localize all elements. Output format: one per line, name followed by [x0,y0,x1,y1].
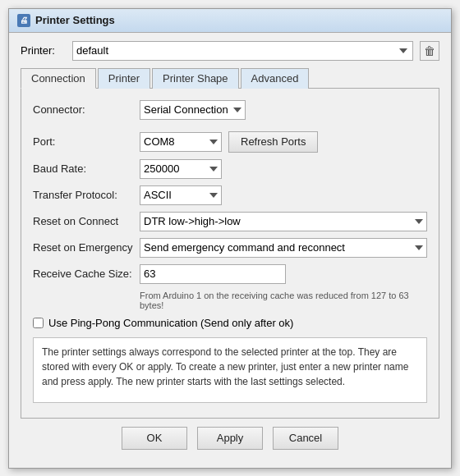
tabs-bar: Connection Printer Printer Shape Advance… [21,67,439,89]
baud-select[interactable]: 250000 [140,159,222,179]
title-bar: 🖨 Printer Settings [9,9,451,33]
baud-label: Baud Rate: [33,162,140,175]
cache-hint: From Arduino 1 on the receiving cache wa… [140,291,427,310]
tab-printer-shape[interactable]: Printer Shape [152,68,239,89]
ok-button[interactable]: OK [122,427,187,450]
printer-row: Printer: default 🗑 [21,41,439,61]
connector-row: Connector: Serial Connection [33,100,427,120]
apply-button[interactable]: Apply [197,427,263,450]
cache-row: Receive Cache Size: [33,264,427,284]
connector-label: Connector: [33,103,140,116]
button-bar: OK Apply Cancel [21,419,439,460]
printer-select[interactable]: default [72,41,413,61]
reset-emergency-select[interactable]: Send emergency command and reconnect [140,238,427,258]
delete-printer-button[interactable]: 🗑 [420,41,439,61]
cache-control [140,264,427,284]
cache-input[interactable] [140,264,286,284]
cache-label: Receive Cache Size: [33,268,140,280]
reset-emergency-row: Reset on Emergency Send emergency comman… [33,238,427,258]
protocol-select[interactable]: ASCII [140,185,222,205]
ping-pong-label[interactable]: Use Ping-Pong Communication (Send only a… [48,317,293,329]
dialog-content: Printer: default 🗑 Connection Printer Pr… [9,33,451,468]
port-label: Port: [33,135,140,148]
info-box: The printer settings always correspond t… [33,337,427,403]
connector-select[interactable]: Serial Connection [140,100,246,120]
protocol-label: Transfer Protocol: [33,189,140,201]
baud-row: Baud Rate: 250000 [33,159,427,179]
cancel-button[interactable]: Cancel [273,427,338,450]
ping-pong-checkbox[interactable] [33,318,44,328]
reset-connect-control: DTR low->high->low [140,212,427,231]
printer-icon: 🖨 [17,14,30,27]
printer-label: Printer: [21,44,66,57]
baud-control: 250000 [140,159,427,179]
protocol-control: ASCII [140,185,427,205]
reset-emergency-label: Reset on Emergency [33,241,140,254]
connection-tab-content: Connector: Serial Connection Port: COM8 … [21,89,439,419]
protocol-row: Transfer Protocol: ASCII [33,185,427,205]
printer-settings-dialog: 🖨 Printer Settings Printer: default 🗑 Co… [8,8,452,469]
port-row: Port: COM8 Refresh Ports [33,131,427,153]
reset-connect-row: Reset on Connect DTR low->high->low [33,212,427,231]
port-control: COM8 Refresh Ports [140,131,427,153]
connector-control: Serial Connection [140,100,427,120]
reset-emergency-control: Send emergency command and reconnect [140,238,427,258]
ping-pong-row: Use Ping-Pong Communication (Send only a… [33,317,427,329]
refresh-ports-button[interactable]: Refresh Ports [228,131,318,153]
port-select[interactable]: COM8 [140,132,222,152]
tab-advanced[interactable]: Advanced [241,68,310,89]
reset-connect-select[interactable]: DTR low->high->low [140,212,427,231]
tab-printer[interactable]: Printer [98,68,150,89]
reset-connect-label: Reset on Connect [33,215,140,227]
dialog-title: Printer Settings [35,14,115,26]
tab-connection[interactable]: Connection [21,68,96,89]
